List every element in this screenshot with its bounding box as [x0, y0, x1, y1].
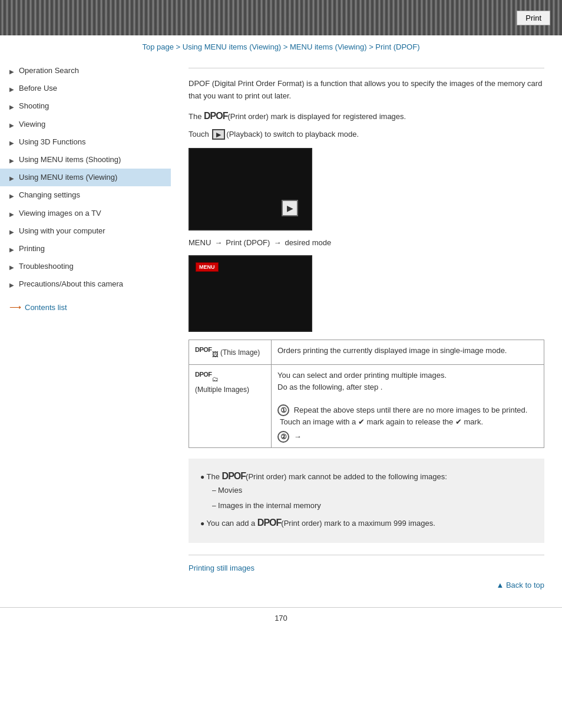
arrow-icon: ▶ [9, 121, 15, 127]
arrow-icon: ▶ [9, 246, 15, 252]
menu-navigation-line: MENU → Print (DPOF) → desired mode [189, 238, 544, 247]
desired-mode-label: desired mode [285, 238, 331, 247]
page-footer: 170 [0, 607, 562, 628]
sidebar-label-using-3d-functions: Using 3D Functions [19, 137, 85, 147]
step-2-arrow: → [294, 432, 302, 441]
sidebar-label-precautions: Precautions/About this camera [19, 279, 123, 289]
note2-pre: You can add a [207, 519, 257, 528]
back-to-top: ▲ Back to top [189, 581, 544, 589]
menu-button-icon: MENU [196, 262, 219, 272]
bottom-divider [189, 555, 544, 555]
menu-arrow-1: → [214, 238, 222, 247]
breadcrumb-sep2: > [281, 42, 290, 51]
breadcrumb-print-dpof[interactable]: Print (DPOF) [375, 42, 419, 51]
step-1-check-text: Touch an image with a ✔ mark again to re… [280, 417, 483, 426]
multiple-images-icon-cell: DPOF🗂 (Multiple Images) [189, 365, 272, 448]
sidebar-item-troubleshooting[interactable]: ▶ Troubleshooting [0, 258, 171, 275]
sidebar-item-shooting[interactable]: ▶ Shooting [0, 97, 171, 115]
dpof-this-image-icon: DPOF🖼 [195, 348, 220, 357]
note1-sub-movies: Movies [212, 484, 533, 497]
contents-arrow-icon: ⟶ [9, 302, 21, 312]
intro-paragraph-2: The DPOF(Print order) mark is displayed … [189, 108, 544, 124]
note1-post: (Print order) mark cannot be added to th… [246, 472, 447, 481]
note-item-2: You can add a DPOF(Print order) mark to … [200, 515, 533, 531]
sidebar-item-changing-settings[interactable]: ▶ Changing settings [0, 186, 171, 204]
arrow-icon: ▶ [9, 192, 15, 198]
printing-still-images-link[interactable]: Printing still images [189, 564, 544, 572]
contents-list-link[interactable]: Contents list [25, 303, 67, 312]
sidebar-label-viewing-images-tv: Viewing images on a TV [19, 208, 101, 219]
breadcrumb-sep1: > [174, 42, 183, 51]
arrow-icon: ▶ [9, 228, 15, 234]
this-image-description: Orders printing the currently displayed … [272, 340, 544, 365]
sidebar-footer: ⟶ Contents list [0, 293, 171, 318]
header-bar: Print [0, 0, 562, 35]
camera-screenshot-1: ▶ [189, 148, 312, 230]
playback-icon: ▶ [212, 129, 225, 140]
sidebar-item-operation-search[interactable]: ▶ Operation Search [0, 62, 171, 80]
sidebar: ▶ Operation Search ▶ Before Use ▶ Shooti… [0, 56, 171, 607]
camera-screenshot-2: MENU [189, 255, 312, 332]
sidebar-label-changing-settings: Changing settings [19, 190, 80, 200]
multiple-desc-line2: Do as the following, after step . [277, 381, 538, 393]
main-content: DPOF (Digital Print Order Format) is a f… [171, 56, 562, 607]
notes-box: The DPOF(Print order) mark cannot be add… [189, 459, 544, 543]
page-layout: ▶ Operation Search ▶ Before Use ▶ Shooti… [0, 56, 562, 607]
step-1-text: Repeat the above steps until there are n… [294, 406, 528, 414]
table-row-multiple-images: DPOF🗂 (Multiple Images) You can select a… [189, 365, 544, 448]
this-image-label: (This Image) [220, 348, 260, 357]
intro-paragraph-1: DPOF (Digital Print Order Format) is a f… [189, 78, 544, 103]
page-number: 170 [275, 614, 287, 622]
arrow-icon: ▶ [9, 85, 15, 91]
sidebar-label-printing: Printing [19, 243, 45, 254]
multiple-images-label: (Multiple Images) [195, 384, 265, 395]
note2-post: (Print order) mark to a maximum 999 imag… [281, 519, 435, 528]
sidebar-label-operation-search: Operation Search [19, 65, 79, 76]
note1-sub-list: Movies Images in the internal memory [200, 484, 533, 512]
sidebar-item-using-your-computer[interactable]: ▶ Using with your computer [0, 222, 171, 240]
dpof-options-table: DPOF🖼 (This Image) Orders printing the c… [189, 340, 544, 448]
dpof-logo-note2: DPOF [257, 518, 281, 528]
sidebar-item-printing[interactable]: ▶ Printing [0, 240, 171, 258]
note1-sub-internal: Images in the internal memory [212, 499, 533, 512]
step-1-block: ① Repeat the above steps until there are… [277, 404, 538, 416]
touch-instruction: Touch ▶(Playback) to switch to playback … [189, 129, 544, 140]
sidebar-item-using-menu-viewing[interactable]: ▶ Using MENU items (Viewing) [0, 169, 171, 186]
dpof-multiple-icon: DPOF🗂 [195, 370, 265, 384]
note-item-1: The DPOF(Print order) mark cannot be add… [200, 468, 533, 512]
arrow-icon: ▶ [9, 139, 15, 145]
sidebar-label-viewing: Viewing [19, 119, 45, 130]
sidebar-item-viewing-images-tv[interactable]: ▶ Viewing images on a TV [0, 205, 171, 222]
sidebar-item-using-menu-shooting[interactable]: ▶ Using MENU items (Shooting) [0, 151, 171, 169]
arrow-icon: ▶ [9, 210, 15, 216]
breadcrumb-menu-items-viewing[interactable]: MENU items (Viewing) [290, 42, 367, 51]
sidebar-item-precautions[interactable]: ▶ Precautions/About this camera [0, 275, 171, 293]
sidebar-label-shooting: Shooting [19, 101, 49, 111]
table-row-this-image: DPOF🖼 (This Image) Orders printing the c… [189, 340, 544, 365]
dpof-logo-1: DPOF [204, 111, 227, 121]
back-to-top-link[interactable]: ▲ Back to top [496, 581, 544, 589]
sidebar-item-using-3d-functions[interactable]: ▶ Using 3D Functions [0, 133, 171, 151]
dpof-logo-note1: DPOF [222, 471, 246, 481]
top-divider [189, 68, 544, 68]
notes-list: The DPOF(Print order) mark cannot be add… [200, 468, 533, 531]
intro-2-post: (Print order) mark is displayed for regi… [227, 112, 406, 121]
step-1-check-line: Touch an image with a ✔ mark again to re… [277, 416, 538, 428]
multiple-images-description: You can select and order printing multip… [272, 365, 544, 448]
breadcrumb-using-menu-viewing[interactable]: Using MENU items (Viewing) [183, 42, 281, 51]
multiple-desc-line1: You can select and order printing multip… [277, 370, 538, 381]
breadcrumb-top-page[interactable]: Top page [143, 42, 174, 51]
sidebar-item-viewing[interactable]: ▶ Viewing [0, 116, 171, 133]
sidebar-label-using-menu-viewing: Using MENU items (Viewing) [19, 172, 117, 183]
this-image-icon-cell: DPOF🖼 (This Image) [189, 340, 272, 365]
playback-button-icon: ▶ [282, 200, 298, 216]
arrow-icon: ▶ [9, 103, 15, 109]
sidebar-item-before-use[interactable]: ▶ Before Use [0, 80, 171, 97]
step-2-circle: ② [277, 431, 289, 443]
sidebar-label-before-use: Before Use [19, 83, 57, 94]
print-button[interactable]: Print [517, 11, 550, 25]
arrow-icon: ▶ [9, 157, 15, 163]
arrow-icon: ▶ [9, 68, 15, 74]
breadcrumb-sep3: > [367, 42, 376, 51]
print-dpof-label: Print (DPOF) [226, 238, 270, 247]
